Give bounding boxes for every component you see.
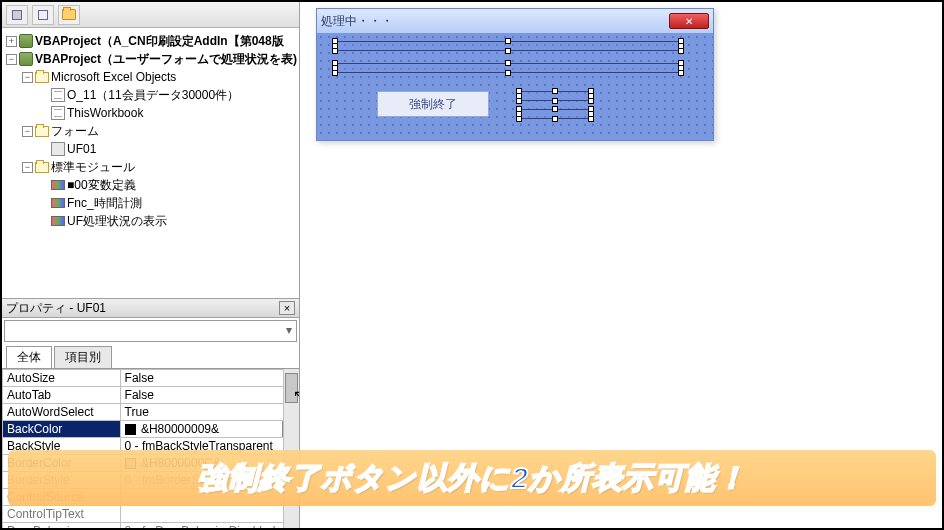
selected-label-control-4[interactable] bbox=[519, 109, 591, 119]
property-value[interactable]: False bbox=[120, 387, 298, 404]
tree-item[interactable]: O_11（11会員データ30000件） bbox=[67, 86, 239, 104]
expand-toggle[interactable]: + bbox=[6, 36, 17, 47]
project-label[interactable]: VBAProject（ユーザーフォームで処理状況を表) bbox=[35, 50, 297, 68]
vba-project-icon bbox=[19, 34, 33, 48]
project-label[interactable]: VBAProject（A_CN印刷設定AddIn【第048版 bbox=[35, 32, 284, 50]
object-selector-dropdown[interactable] bbox=[4, 320, 297, 342]
selected-label-control-3[interactable] bbox=[519, 91, 591, 101]
properties-titlebar: プロパティ - UF01 × bbox=[2, 298, 299, 318]
property-row[interactable]: AutoWordSelect True bbox=[3, 404, 299, 421]
property-row[interactable]: BackColor &H80000009&▼ bbox=[3, 421, 299, 438]
selected-label-control-1[interactable] bbox=[335, 41, 681, 51]
color-swatch bbox=[125, 424, 136, 435]
expand-toggle[interactable]: − bbox=[22, 162, 33, 173]
project-tree[interactable]: + VBAProject（A_CN印刷設定AddIn【第048版 − VBAPr… bbox=[2, 28, 299, 298]
property-row[interactable]: ControlTipText bbox=[3, 506, 299, 523]
properties-title-label: プロパティ - UF01 bbox=[6, 300, 106, 317]
property-value[interactable]: &H80000009&▼ bbox=[120, 421, 298, 438]
caption-overlay: 強制終了ボタン以外に2か所表示可能！ bbox=[8, 450, 936, 506]
toggle-folders-button[interactable] bbox=[58, 5, 80, 25]
properties-tabs: 全体 項目別 bbox=[2, 344, 299, 369]
view-code-button[interactable] bbox=[6, 5, 28, 25]
property-value[interactable]: True bbox=[120, 404, 298, 421]
project-toolbar bbox=[2, 2, 299, 28]
module-icon bbox=[51, 180, 65, 190]
expand-toggle[interactable]: − bbox=[22, 72, 33, 83]
folder-label[interactable]: Microsoft Excel Objects bbox=[51, 68, 176, 86]
scrollbar-thumb[interactable] bbox=[285, 373, 298, 403]
sheet-icon bbox=[51, 88, 65, 102]
selected-label-control-2[interactable] bbox=[335, 63, 681, 73]
tree-item[interactable]: ■00変数定義 bbox=[67, 176, 136, 194]
module-icon bbox=[51, 198, 65, 208]
property-name[interactable]: AutoWordSelect bbox=[3, 404, 121, 421]
view-object-button[interactable] bbox=[32, 5, 54, 25]
userform-icon bbox=[51, 142, 65, 156]
folder-label[interactable]: 標準モジュール bbox=[51, 158, 135, 176]
userform-window[interactable]: 処理中・・・ ✕ 強制終了 bbox=[316, 8, 714, 141]
tab-categorized[interactable]: 項目別 bbox=[54, 346, 112, 368]
tab-all[interactable]: 全体 bbox=[6, 346, 52, 368]
module-icon bbox=[51, 216, 65, 226]
tree-item[interactable]: UF処理状況の表示 bbox=[67, 212, 167, 230]
property-name[interactable]: DragBehavior bbox=[3, 523, 121, 530]
tree-item[interactable]: UF01 bbox=[67, 140, 96, 158]
property-name[interactable]: AutoTab bbox=[3, 387, 121, 404]
property-row[interactable]: AutoSize False bbox=[3, 370, 299, 387]
folder-icon bbox=[35, 72, 49, 83]
properties-close-button[interactable]: × bbox=[279, 301, 295, 315]
tree-item[interactable]: Fnc_時間計測 bbox=[67, 194, 142, 212]
property-value[interactable]: False bbox=[120, 370, 298, 387]
folder-icon bbox=[35, 126, 49, 137]
expand-toggle[interactable]: − bbox=[6, 54, 17, 65]
expand-toggle[interactable]: − bbox=[22, 126, 33, 137]
userform-titlebar[interactable]: 処理中・・・ ✕ bbox=[317, 9, 713, 33]
force-quit-button[interactable]: 強制終了 bbox=[377, 91, 489, 117]
workbook-icon bbox=[51, 106, 65, 120]
property-value[interactable]: 0 - fmDragBehaviorDisabled bbox=[120, 523, 298, 530]
vba-project-icon bbox=[19, 52, 33, 66]
property-name[interactable]: BackColor bbox=[3, 421, 121, 438]
folder-icon bbox=[62, 9, 76, 20]
property-row[interactable]: DragBehavior 0 - fmDragBehaviorDisabled bbox=[3, 523, 299, 530]
userform-body[interactable]: 強制終了 bbox=[317, 33, 713, 140]
userform-title-label: 処理中・・・ bbox=[321, 13, 393, 30]
property-value[interactable] bbox=[120, 506, 298, 523]
force-quit-button-label: 強制終了 bbox=[409, 96, 457, 113]
folder-label[interactable]: フォーム bbox=[51, 122, 99, 140]
tree-item[interactable]: ThisWorkbook bbox=[67, 104, 143, 122]
property-name[interactable]: ControlTipText bbox=[3, 506, 121, 523]
property-row[interactable]: AutoTab False bbox=[3, 387, 299, 404]
property-name[interactable]: AutoSize bbox=[3, 370, 121, 387]
userform-close-button[interactable]: ✕ bbox=[669, 13, 709, 29]
caption-text: 強制終了ボタン以外に2か所表示可能！ bbox=[197, 458, 747, 499]
folder-icon bbox=[35, 162, 49, 173]
